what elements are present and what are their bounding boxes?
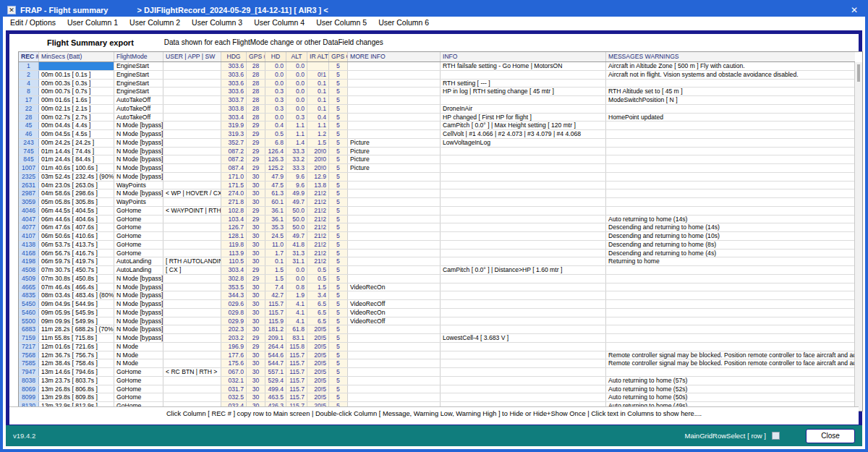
- cell-more[interactable]: [348, 216, 441, 223]
- cell-ir[interactable]: 21!2: [307, 198, 329, 206]
- cell-user[interactable]: [ RTH AUTOLANDING ]: [163, 257, 221, 265]
- cell-hd[interactable]: 60.1: [265, 198, 286, 206]
- cell-msg[interactable]: [606, 121, 855, 129]
- table-row[interactable]: 803813m 23.7s [ 803.7s ]GoHome032.130529…: [19, 377, 855, 385]
- cell-alt[interactable]: 0.8: [286, 283, 307, 291]
- cell-alt[interactable]: 0.0: [286, 80, 307, 88]
- cell-hd[interactable]: 115.9: [265, 317, 286, 325]
- cell-time[interactable]: 00m 00.1s [ 0.1s ]: [39, 71, 114, 79]
- cell-hdg[interactable]: 029.8: [221, 309, 247, 317]
- cell-hd[interactable]: 0.3: [265, 96, 286, 104]
- cell-hd[interactable]: 0.3: [265, 105, 286, 113]
- cell-hdg[interactable]: 113.9: [221, 250, 247, 257]
- cell-hdg[interactable]: 119.8: [221, 241, 247, 249]
- cell-rec[interactable]: 4107: [19, 232, 39, 240]
- cell-hd[interactable]: 0.4: [265, 121, 286, 129]
- cell-hdg[interactable]: 303.7: [221, 96, 247, 104]
- cell-user[interactable]: [163, 105, 221, 113]
- table-row[interactable]: 688311m 28.2s [ 688.2s ] (70%)N Mode [by…: [19, 325, 855, 334]
- cell-user[interactable]: [163, 139, 221, 147]
- cell-mode[interactable]: N Mode [bypass]: [114, 283, 163, 291]
- cell-more[interactable]: VideoRecOn: [348, 283, 441, 291]
- cell-info[interactable]: [441, 368, 606, 376]
- column-header-hdg[interactable]: HDG: [221, 52, 247, 61]
- cell-ir[interactable]: 0.1: [307, 96, 329, 104]
- cell-user[interactable]: [163, 241, 221, 249]
- cell-time[interactable]: 07m 30.7s [ 450.7s ]: [39, 266, 114, 274]
- cell-hd[interactable]: 544.7: [265, 359, 286, 367]
- cell-hd[interactable]: 1.5: [265, 275, 286, 283]
- cell-ir[interactable]: 20!0: [307, 148, 329, 155]
- cell-hd[interactable]: 125.2: [265, 164, 286, 172]
- cell-rec[interactable]: 7947: [19, 368, 39, 376]
- cell-alt[interactable]: 41.8: [286, 241, 307, 249]
- column-header-hd[interactable]: HD: [265, 52, 286, 61]
- cell-gps[interactable]: 28: [247, 80, 265, 88]
- cell-rec[interactable]: 4665: [19, 283, 39, 291]
- cell-user[interactable]: < WP | HOVER / CX >: [163, 189, 221, 197]
- cell-alt[interactable]: 1.1: [286, 121, 307, 129]
- cell-info[interactable]: CellVolt | #1 4.066 | #2 4.073 | #3 4.07…: [441, 130, 606, 138]
- cell-time[interactable]: 07m 30.8s [ 450.8s ]: [39, 275, 114, 283]
- cell-rec[interactable]: 745: [19, 148, 39, 155]
- cell-user[interactable]: [163, 275, 221, 283]
- cell-q[interactable]: 5: [329, 198, 348, 206]
- cell-alt[interactable]: 115.7: [286, 351, 307, 359]
- table-row[interactable]: 200m 00.1s [ 0.1s ]EngineStart303.6280.0…: [19, 71, 855, 80]
- cell-rec[interactable]: 46: [19, 130, 39, 138]
- cell-time[interactable]: 12m 38.4s [ 758.4s ]: [39, 359, 114, 367]
- cell-hdg[interactable]: 171.0: [221, 173, 247, 181]
- cell-alt[interactable]: 83.1: [286, 334, 307, 342]
- cell-rec[interactable]: 4168: [19, 250, 39, 257]
- cell-hdg[interactable]: 303.6: [221, 88, 247, 95]
- cell-mode[interactable]: GoHome: [114, 385, 163, 393]
- cell-mode[interactable]: EngineStart: [114, 80, 163, 88]
- cell-user[interactable]: [163, 393, 221, 401]
- table-row[interactable]: 404706m 44.6s [ 404.6s ]GoHome103.42936.…: [19, 216, 855, 224]
- cell-ir[interactable]: 20!5: [307, 368, 329, 376]
- cell-user[interactable]: [163, 377, 221, 385]
- cell-user[interactable]: [163, 359, 221, 367]
- table-row[interactable]: 450907m 30.8s [ 450.8s ]N Mode [bypass]3…: [19, 275, 855, 283]
- cell-msg[interactable]: Remote controller signal may be blocked.…: [606, 359, 855, 367]
- cell-q[interactable]: 5: [329, 114, 348, 121]
- cell-user[interactable]: [163, 291, 221, 299]
- cell-hd[interactable]: 0.5: [265, 130, 286, 138]
- cell-alt[interactable]: 33.2: [286, 155, 307, 163]
- cell-hd[interactable]: 181.2: [265, 325, 286, 333]
- menu-item-user-column-5[interactable]: User Column 5: [312, 18, 374, 27]
- cell-time[interactable]: 00m 04.4s [ 4.4s ]: [39, 121, 114, 129]
- cell-ir[interactable]: 20!5: [307, 343, 329, 351]
- cell-ir[interactable]: 21!2: [307, 232, 329, 240]
- cell-alt[interactable]: 33.3: [286, 148, 307, 155]
- cell-rec[interactable]: 4047: [19, 216, 39, 223]
- cell-mode[interactable]: N Mode [bypass]: [114, 189, 163, 197]
- table-row[interactable]: 545009m 04.9s [ 544.9s ]N Mode [bypass]0…: [19, 300, 855, 309]
- table-row[interactable]: 400m 00.3s [ 0.3s ]EngineStart303.6280.0…: [19, 80, 855, 88]
- cell-hdg[interactable]: 067.0: [221, 368, 247, 376]
- cell-q[interactable]: 5: [329, 266, 348, 274]
- cell-hd[interactable]: 264.4: [265, 343, 286, 351]
- cell-mode[interactable]: GoHome: [114, 393, 163, 401]
- cell-mode[interactable]: GoHome: [114, 241, 163, 249]
- cell-time[interactable]: 13m 23.7s [ 803.7s ]: [39, 377, 114, 385]
- cell-more[interactable]: [348, 325, 441, 333]
- table-row[interactable]: 416806m 56.7s [ 416.7s ]GoHome113.9301.7…: [19, 250, 855, 258]
- cell-rec[interactable]: 17: [19, 96, 39, 104]
- cell-hdg[interactable]: 303.4: [221, 266, 247, 274]
- cell-time[interactable]: 00m 24.2s [ 24.2s ]: [39, 139, 114, 147]
- cell-ir[interactable]: 20!5: [307, 377, 329, 385]
- cell-alt[interactable]: 31.3: [286, 250, 307, 257]
- table-row[interactable]: 2200m 02.1s [ 2.1s ]AutoTakeOff303.8280.…: [19, 105, 855, 114]
- cell-ir[interactable]: 0.5: [307, 275, 329, 283]
- cell-q[interactable]: 5: [329, 88, 348, 95]
- cell-q[interactable]: 5: [329, 80, 348, 88]
- cell-time[interactable]: 01m 14.4s [ 74.4s ]: [39, 148, 114, 155]
- cell-rec[interactable]: 22: [19, 105, 39, 113]
- cell-gps[interactable]: 30: [247, 283, 265, 291]
- column-header-q[interactable]: GPS Q: [329, 52, 348, 61]
- cell-gps[interactable]: 30: [247, 351, 265, 359]
- cell-more[interactable]: [348, 291, 441, 299]
- cell-msg[interactable]: [606, 164, 855, 172]
- cell-gps[interactable]: 29: [247, 266, 265, 274]
